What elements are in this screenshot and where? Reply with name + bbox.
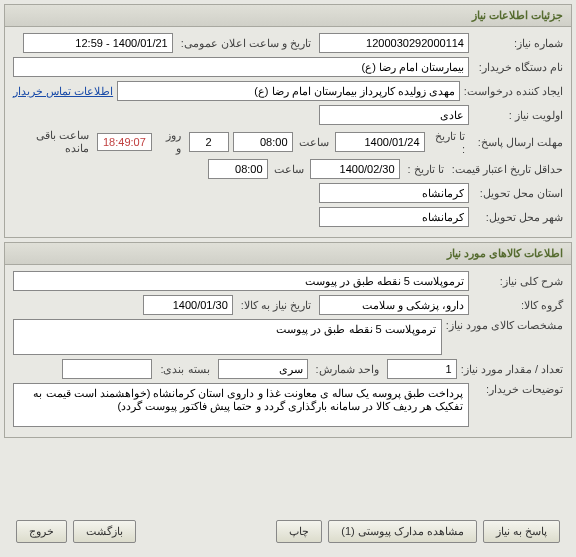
desc-input[interactable]: [13, 271, 469, 291]
deadline-date-input[interactable]: [335, 132, 425, 152]
need-number-label: شماره نیاز:: [473, 37, 563, 50]
validity-time-input[interactable]: [208, 159, 268, 179]
to-date-label: تا تاریخ :: [429, 130, 469, 155]
creator-label: ایجاد کننده درخواست:: [464, 85, 563, 98]
notes-textarea[interactable]: [13, 383, 469, 427]
specs-textarea[interactable]: [13, 319, 442, 355]
print-button[interactable]: چاپ: [276, 520, 322, 543]
respond-button[interactable]: پاسخ به نیاز: [483, 520, 560, 543]
contact-link[interactable]: اطلاعات تماس خریدار: [13, 85, 113, 98]
history-input[interactable]: [143, 295, 233, 315]
time-label-1: ساعت: [297, 136, 331, 149]
goods-panel-title: اطلاعات کالاهای مورد نیاز: [5, 243, 571, 265]
priority-label: اولویت نیاز :: [473, 109, 563, 122]
desc-label: شرح کلی نیاز:: [473, 275, 563, 288]
validity-label: حداقل تاریخ اعتبار قیمت:: [452, 163, 563, 176]
info-panel: جزئیات اطلاعات نیاز شماره نیاز: تاریخ و …: [4, 4, 572, 238]
qty-label: تعداد / مقدار مورد نیاز:: [461, 363, 563, 376]
deadline-time-input[interactable]: [233, 132, 293, 152]
validity-date-input[interactable]: [310, 159, 400, 179]
qty-input[interactable]: [387, 359, 457, 379]
need-number-input[interactable]: [319, 33, 469, 53]
history-label: تاریخ نیاز به کالا:: [237, 299, 315, 312]
info-panel-title: جزئیات اطلاعات نیاز: [5, 5, 571, 27]
exit-button[interactable]: خروج: [16, 520, 67, 543]
group-input[interactable]: [319, 295, 469, 315]
goods-panel: اطلاعات کالاهای مورد نیاز شرح کلی نیاز: …: [4, 242, 572, 438]
to-date-label-2: تا تاریخ :: [404, 163, 448, 176]
buyer-org-label: نام دستگاه خریدار:: [473, 61, 563, 74]
countdown-display: 18:49:07: [97, 133, 152, 151]
unit-input[interactable]: [218, 359, 308, 379]
time-label-2: ساعت: [272, 163, 306, 176]
buttons-bar: پاسخ به نیاز مشاهده مدارک پیوستی (1) چاپ…: [6, 512, 570, 551]
days-label: روز و: [156, 129, 185, 155]
province-input[interactable]: [319, 183, 469, 203]
city-input[interactable]: [319, 207, 469, 227]
priority-input[interactable]: [319, 105, 469, 125]
specs-label: مشخصات کالای مورد نیاز:: [446, 319, 563, 332]
creator-input[interactable]: [117, 81, 460, 101]
announce-label: تاریخ و ساعت اعلان عمومی:: [177, 37, 315, 50]
city-label: شهر محل تحویل:: [473, 211, 563, 224]
days-input[interactable]: [189, 132, 229, 152]
attachments-button[interactable]: مشاهده مدارک پیوستی (1): [328, 520, 477, 543]
back-button[interactable]: بازگشت: [73, 520, 136, 543]
deadline-label: مهلت ارسال پاسخ:: [473, 136, 563, 149]
remain-label: ساعت باقی مانده: [13, 129, 93, 155]
pack-input[interactable]: [62, 359, 152, 379]
buyer-org-input[interactable]: [13, 57, 469, 77]
group-label: گروه کالا:: [473, 299, 563, 312]
unit-label: واحد شمارش:: [312, 363, 383, 376]
notes-label: توضیحات خریدار:: [473, 383, 563, 396]
pack-label: بسته بندی:: [156, 363, 213, 376]
province-label: استان محل تحویل:: [473, 187, 563, 200]
announce-input[interactable]: [23, 33, 173, 53]
